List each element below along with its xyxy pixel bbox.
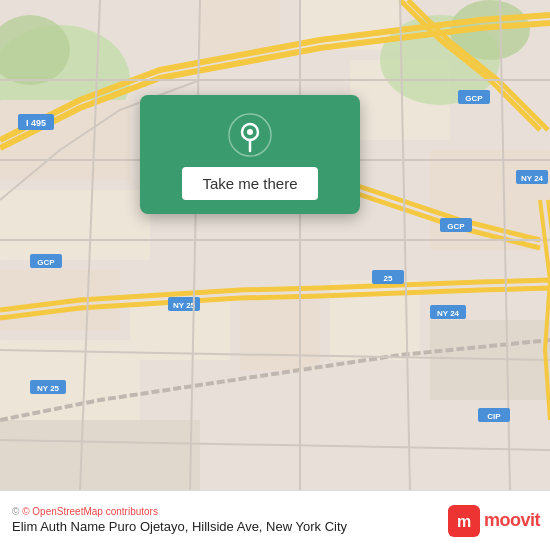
svg-rect-8 — [0, 420, 200, 490]
bottom-bar: © © OpenStreetMap contributors Elim Auth… — [0, 490, 550, 550]
svg-text:m: m — [457, 513, 471, 530]
svg-text:25: 25 — [384, 274, 393, 283]
svg-point-51 — [247, 129, 253, 135]
moovit-logo: m moovit — [448, 505, 540, 537]
copyright-text: © © OpenStreetMap contributors — [12, 506, 440, 517]
svg-rect-5 — [0, 190, 150, 260]
map-container: I 495 GCP GCP GCP NY 25 25 NY 25 NY 2 — [0, 0, 550, 490]
location-pin-icon — [228, 113, 272, 157]
svg-text:NY 24: NY 24 — [437, 309, 460, 318]
copyright-symbol: © — [12, 506, 22, 517]
svg-text:CIP: CIP — [487, 412, 501, 421]
moovit-logo-icon: m — [448, 505, 480, 537]
svg-text:NY 24: NY 24 — [521, 174, 544, 183]
bottom-info: © © OpenStreetMap contributors Elim Auth… — [12, 506, 440, 536]
svg-text:NY 25: NY 25 — [37, 384, 60, 393]
svg-rect-10 — [240, 300, 320, 370]
map-background: I 495 GCP GCP GCP NY 25 25 NY 25 NY 2 — [0, 0, 550, 490]
osm-link[interactable]: © OpenStreetMap contributors — [22, 506, 158, 517]
svg-text:NY 25: NY 25 — [173, 301, 196, 310]
svg-text:GCP: GCP — [37, 258, 55, 267]
location-name: Elim Auth Name Puro Ojetayo, Hillside Av… — [12, 519, 440, 536]
svg-text:GCP: GCP — [447, 222, 465, 231]
location-card: Take me there — [140, 95, 360, 214]
take-me-there-button[interactable]: Take me there — [182, 167, 317, 200]
svg-text:GCP: GCP — [465, 94, 483, 103]
svg-text:I 495: I 495 — [26, 118, 46, 128]
moovit-brand-name: moovit — [484, 510, 540, 531]
